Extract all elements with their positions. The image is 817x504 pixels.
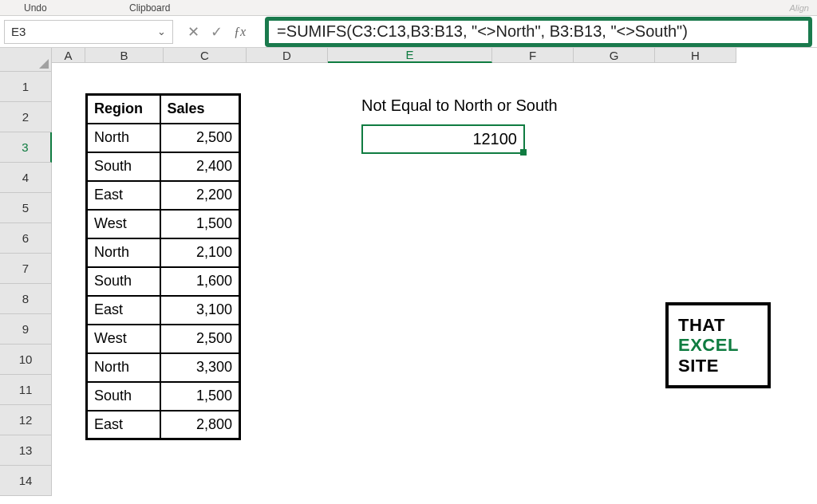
cell-region[interactable]: East (87, 181, 160, 210)
column-headers: A B C D E F G H (52, 48, 817, 63)
cell-region[interactable]: South (87, 382, 160, 411)
col-head-D[interactable]: D (247, 48, 328, 63)
col-head-B[interactable]: B (85, 48, 164, 63)
cell-region[interactable]: West (87, 325, 160, 353)
formula-input[interactable]: =SUMIFS(C3:C13,B3:B13, "<>North", B3:B13… (277, 22, 688, 41)
header-sales[interactable]: Sales (160, 95, 240, 124)
cell-sales[interactable]: 3,100 (160, 296, 240, 325)
table-row: South2,400 (87, 152, 240, 181)
col-head-C[interactable]: C (164, 48, 247, 63)
cell-region[interactable]: North (87, 124, 160, 152)
col-head-A[interactable]: A (52, 48, 85, 63)
row-head-5[interactable]: 5 (0, 193, 52, 223)
table-row: North2,500 (87, 124, 240, 152)
cell-region[interactable]: North (87, 238, 160, 267)
ribbon-align-label: Align (790, 3, 809, 13)
col-head-E[interactable]: E (328, 48, 492, 63)
cell-sales[interactable]: 2,800 (160, 411, 240, 439)
table-row: West2,500 (87, 325, 240, 353)
row-head-11[interactable]: 11 (0, 375, 52, 405)
logo-line2: EXCEL (678, 335, 768, 355)
row-head-8[interactable]: 8 (0, 284, 52, 314)
row-head-10[interactable]: 10 (0, 345, 52, 375)
col-head-G[interactable]: G (574, 48, 655, 63)
cell-canvas[interactable]: Region Sales North2,500 South2,400 East2… (52, 63, 817, 504)
row-head-6[interactable]: 6 (0, 223, 52, 254)
cell-sales[interactable]: 1,600 (160, 267, 240, 296)
formula-bar-row: E3 ⌄ ✕ ✓ ƒx =SUMIFS(C3:C13,B3:B13, "<>No… (0, 16, 817, 48)
table-row: East2,200 (87, 181, 240, 210)
cell-region[interactable]: West (87, 210, 160, 238)
that-excel-site-logo: THAT EXCEL SITE (665, 302, 771, 388)
cell-sales[interactable]: 3,300 (160, 353, 240, 382)
cell-sales[interactable]: 1,500 (160, 210, 240, 238)
cancel-icon[interactable]: ✕ (187, 23, 199, 41)
table-row: West1,500 (87, 210, 240, 238)
label-not-equal[interactable]: Not Equal to North or South (361, 96, 558, 115)
spreadsheet-grid: 1 2 3 4 5 6 7 8 9 10 11 12 13 14 A B C D… (0, 48, 817, 504)
row-head-3[interactable]: 3 (0, 132, 52, 163)
col-head-H[interactable]: H (655, 48, 736, 63)
cell-sales[interactable]: 2,500 (160, 124, 240, 152)
cell-region[interactable]: East (87, 411, 160, 439)
row-head-9[interactable]: 9 (0, 314, 52, 345)
chevron-down-icon[interactable]: ⌄ (157, 26, 166, 37)
cell-sales[interactable]: 2,400 (160, 152, 240, 181)
ribbon-labels-row: Undo Clipboard Align (0, 0, 817, 16)
table-row: South1,600 (87, 267, 240, 296)
ribbon-clipboard-label: Clipboard (129, 2, 170, 14)
cell-region[interactable]: East (87, 296, 160, 325)
row-head-12[interactable]: 12 (0, 405, 52, 435)
select-all-corner[interactable] (0, 48, 52, 72)
name-box-value: E3 (11, 25, 26, 38)
table-header-row: Region Sales (87, 95, 240, 124)
col-head-F[interactable]: F (492, 48, 574, 63)
result-value: 12100 (472, 130, 517, 148)
fx-icon[interactable]: ƒx (234, 25, 251, 39)
row-headers: 1 2 3 4 5 6 7 8 9 10 11 12 13 14 (0, 72, 52, 496)
row-head-14[interactable]: 14 (0, 466, 52, 496)
region-sales-table: Region Sales North2,500 South2,400 East2… (85, 93, 241, 440)
table-row: East3,100 (87, 296, 240, 325)
ribbon-undo-label: Undo (24, 2, 47, 14)
table-row: North2,100 (87, 238, 240, 267)
row-head-4[interactable]: 4 (0, 163, 52, 193)
cell-region[interactable]: South (87, 267, 160, 296)
table-row: North3,300 (87, 353, 240, 382)
cell-sales[interactable]: 2,500 (160, 325, 240, 353)
logo-line1: THAT (678, 315, 768, 335)
row-head-13[interactable]: 13 (0, 435, 52, 466)
accept-icon[interactable]: ✓ (211, 23, 223, 41)
cell-sales[interactable]: 1,500 (160, 382, 240, 411)
name-box[interactable]: E3 ⌄ (4, 20, 173, 44)
table-row: East2,800 (87, 411, 240, 439)
cell-sales[interactable]: 2,200 (160, 181, 240, 210)
header-region[interactable]: Region (87, 95, 160, 124)
row-head-7[interactable]: 7 (0, 254, 52, 284)
row-head-2[interactable]: 2 (0, 102, 52, 132)
cell-sales[interactable]: 2,100 (160, 238, 240, 267)
cell-region[interactable]: South (87, 152, 160, 181)
cell-region[interactable]: North (87, 353, 160, 382)
selected-cell-E3[interactable]: 12100 (361, 124, 525, 154)
table-row: South1,500 (87, 382, 240, 411)
formula-bar-icons: ✕ ✓ ƒx (173, 23, 265, 41)
row-head-1[interactable]: 1 (0, 72, 52, 102)
logo-line3: SITE (678, 356, 768, 376)
formula-highlight-box: =SUMIFS(C3:C13,B3:B13, "<>North", B3:B13… (265, 17, 812, 47)
